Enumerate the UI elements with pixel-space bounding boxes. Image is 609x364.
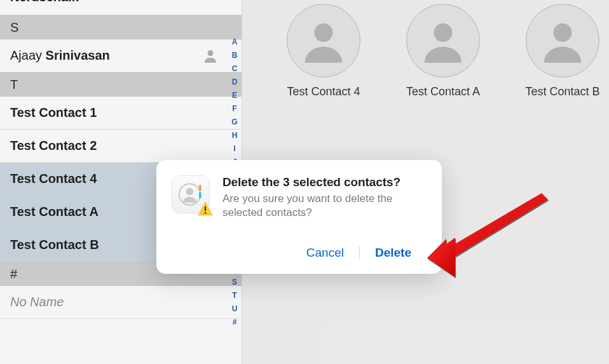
svg-rect-7 xyxy=(199,192,202,198)
warning-icon xyxy=(197,201,214,217)
cancel-button[interactable]: Cancel xyxy=(291,242,359,264)
dialog-title: Delete the 3 selected contacts? xyxy=(222,175,427,189)
delete-confirmation-dialog: Delete the 3 selected contacts? Are you … xyxy=(156,160,442,274)
svg-rect-8 xyxy=(205,206,206,212)
dialog-message: Are you sure you want to delete the sele… xyxy=(222,192,427,220)
svg-rect-6 xyxy=(199,185,202,191)
svg-point-9 xyxy=(205,212,207,214)
svg-point-5 xyxy=(186,188,193,195)
delete-button[interactable]: Delete xyxy=(360,242,427,264)
contacts-app-icon xyxy=(172,175,210,213)
